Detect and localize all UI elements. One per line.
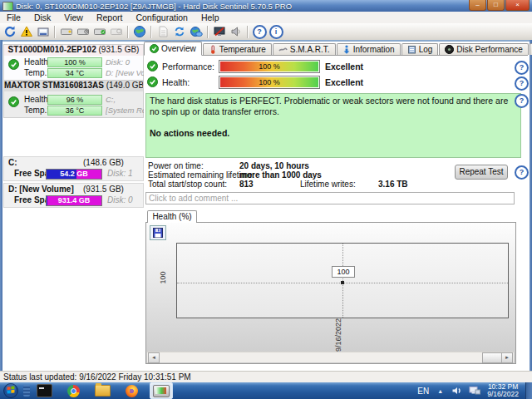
disk1-temp-label: Temp.: xyxy=(24,105,49,116)
health-ok-icon xyxy=(147,76,158,87)
sound-icon[interactable] xyxy=(228,24,244,39)
taskbar-chrome-icon[interactable] xyxy=(62,383,84,398)
health-bar: 100 % xyxy=(219,76,320,89)
network-globe-icon[interactable] xyxy=(131,24,148,39)
log-book-icon xyxy=(407,45,416,54)
taskbar-hdsentinel-active[interactable] xyxy=(150,382,173,399)
tab-temperature[interactable]: Temperature xyxy=(203,43,272,55)
menu-disk[interactable]: Disk xyxy=(27,12,57,23)
disk1-header: MAXTOR STM3160813AS (149.0 GB) Disk: 1 xyxy=(4,81,143,91)
tab-overview[interactable]: Overview xyxy=(144,42,202,56)
toolbar-separator xyxy=(127,26,129,38)
main-panel: Overview Temperature S.M.A.R.T. Informat… xyxy=(144,40,530,372)
partition-d-name: D: [New Volume] xyxy=(8,184,74,195)
health-row: Health: 100 % Excellent ? xyxy=(144,76,528,89)
performance-help-icon[interactable]: ? xyxy=(515,61,529,75)
tray-volume-icon[interactable] xyxy=(451,386,462,396)
tab-disk-performance[interactable]: Disk Performance xyxy=(439,43,528,55)
writes-value: 3.16 TB xyxy=(378,180,408,189)
tab-information[interactable]: Information xyxy=(337,43,401,55)
menu-bar: File Disk View Report Configuration Help xyxy=(0,12,532,24)
status-bar: Status last updated: 9/16/2022 Friday 10… xyxy=(0,371,532,382)
tray-network-icon[interactable] xyxy=(469,386,480,396)
info-icon[interactable]: i xyxy=(268,24,284,39)
performance-rating: Excellent xyxy=(325,62,363,71)
start-button[interactable] xyxy=(3,383,18,398)
refresh-icon[interactable] xyxy=(2,24,18,39)
disk0-temp-bar: 34 °C xyxy=(47,68,102,78)
menu-configuration[interactable]: Configuration xyxy=(129,12,194,23)
performance-label: Performance: xyxy=(162,62,214,71)
toolbar-separator xyxy=(54,26,56,38)
taskbar-clock[interactable]: 10:32 PM 9/16/2022 xyxy=(487,383,519,398)
partition-d[interactable]: D: [New Volume] (931.5 GB) Free Space 93… xyxy=(3,183,144,208)
screen: Disk: 0, ST1000DM010-2EP102 [Z9AJTMGB] -… xyxy=(0,0,532,399)
health-help-icon[interactable]: ? xyxy=(515,76,529,91)
disk-test-ok-icon[interactable] xyxy=(91,24,108,39)
performance-bar: 100 % xyxy=(219,60,320,73)
taskbar-explorer-icon[interactable] xyxy=(91,383,113,398)
menu-file[interactable]: File xyxy=(0,12,27,23)
partition-d-free-bar: 931.4 GB xyxy=(46,195,102,206)
chart-horizontal-scrollbar[interactable]: ◄ ► xyxy=(147,352,514,362)
tab-log[interactable]: Log xyxy=(401,43,439,55)
thermometer-icon xyxy=(209,45,217,54)
tab-smart[interactable]: S.M.A.R.T. xyxy=(273,43,336,55)
power-on-label: Power on time: xyxy=(148,161,204,170)
performance-row: Performance: 100 % Excellent ? xyxy=(144,60,528,73)
chart-tab-health[interactable]: Health (%) xyxy=(147,210,197,223)
scroll-thumb[interactable] xyxy=(482,352,502,363)
tray-expand-icon[interactable]: ▲ xyxy=(437,388,443,394)
chart-x-date-label: 9/16/2022 xyxy=(334,317,342,353)
minimize-button[interactable]: – xyxy=(469,0,486,11)
sync-icon[interactable] xyxy=(171,24,188,39)
disk1-volumes-1: C:, xyxy=(106,94,144,105)
partition-c[interactable]: C: (148.6 GB) Free Space 54.2 GB Disk: 1 xyxy=(3,156,144,181)
partition-c-name: C: xyxy=(8,157,17,168)
health-label: Health: xyxy=(162,77,190,87)
floppy-disk-icon xyxy=(153,228,163,238)
startstop-value: 813 xyxy=(239,180,254,189)
show-desktop-button[interactable] xyxy=(525,382,532,399)
startstop-label: Total start/stop count: xyxy=(148,180,227,189)
menu-help[interactable]: Help xyxy=(195,12,226,23)
chart-point-label: 100 xyxy=(332,266,355,278)
status-help-icon[interactable]: ? xyxy=(515,94,529,108)
chart-plot-area: 100 xyxy=(176,243,509,318)
display-test-icon[interactable] xyxy=(211,24,228,39)
menu-view[interactable]: View xyxy=(57,12,90,23)
chart-y-tick: 100 xyxy=(159,268,167,288)
alert-warning-icon[interactable] xyxy=(18,24,35,39)
partition-c-disk: Disk: 1 xyxy=(107,168,133,179)
disk-panel-1[interactable]: MAXTOR STM3160813AS (149.0 GB) Disk: 1 H… xyxy=(3,80,144,118)
clock-date: 9/16/2022 xyxy=(487,391,519,398)
repeat-test-help-icon[interactable]: ? xyxy=(515,165,529,180)
taskbar-firefox-icon[interactable] xyxy=(121,383,142,398)
disk0-health-bar: 100 % xyxy=(47,57,102,67)
disk-test-extended-icon[interactable] xyxy=(75,24,91,39)
chart-save-button[interactable] xyxy=(150,225,166,240)
disk-test-short-icon[interactable] xyxy=(58,24,75,39)
disk1-temp-bar: 36 °C xyxy=(47,106,102,116)
online-status-icon[interactable] xyxy=(188,24,204,39)
disk1-volumes-2: [System Rese xyxy=(106,105,144,116)
health-chart-panel: Health (%) 100 100 9/16/2022 ◄ ► xyxy=(145,210,516,364)
tab-bar: Overview Temperature S.M.A.R.T. Informat… xyxy=(144,42,528,56)
menu-report[interactable]: Report xyxy=(90,12,130,23)
disk0-header: ST1000DM010-2EP102 (931.5 GB) xyxy=(4,45,143,56)
comment-input[interactable] xyxy=(145,192,515,204)
disk-surface-test-icon[interactable] xyxy=(108,24,125,39)
chart-body: 100 100 9/16/2022 ◄ ► xyxy=(145,222,516,364)
save-report-icon[interactable] xyxy=(35,24,52,39)
scroll-right-arrow[interactable]: ► xyxy=(501,352,513,363)
help-icon[interactable]: ? xyxy=(251,24,268,39)
scroll-left-arrow[interactable]: ◄ xyxy=(148,352,160,363)
close-button[interactable]: × xyxy=(505,0,530,11)
repeat-test-button[interactable]: Repeat Test xyxy=(455,165,508,180)
taskbar-cmd-icon[interactable] xyxy=(33,383,55,398)
language-indicator[interactable]: EN xyxy=(417,387,429,396)
maximize-button[interactable]: □ xyxy=(487,0,505,11)
report-page-icon[interactable] xyxy=(155,24,171,39)
disk1-health-label: Health: xyxy=(24,94,51,105)
disk-panel-0[interactable]: ST1000DM010-2EP102 (931.5 GB) Health: 10… xyxy=(3,44,144,81)
